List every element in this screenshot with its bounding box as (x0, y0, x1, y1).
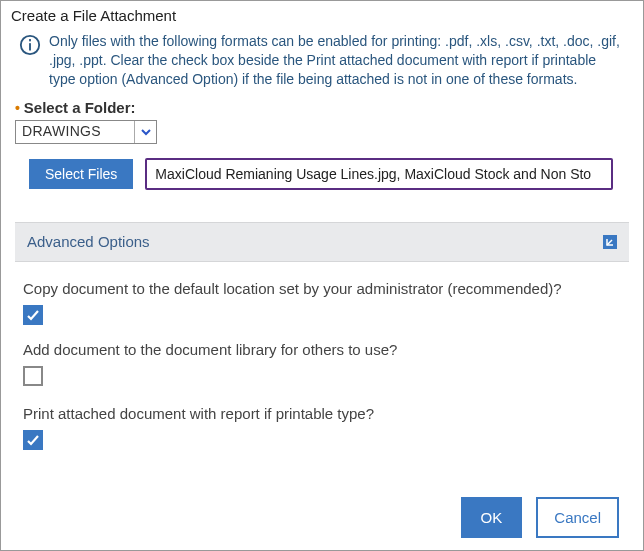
info-icon (19, 34, 41, 56)
collapse-icon (603, 235, 617, 249)
print-option-label: Print attached document with report if p… (23, 405, 625, 422)
options-block: Copy document to the default location se… (1, 262, 643, 466)
copy-option-label: Copy document to the default location se… (23, 280, 625, 297)
svg-rect-1 (29, 43, 31, 50)
advanced-options-header[interactable]: Advanced Options (15, 222, 629, 262)
ok-button[interactable]: OK (461, 497, 523, 538)
folder-label: Select a Folder: (24, 99, 136, 116)
info-text: Only files with the following formats ca… (49, 32, 625, 89)
folder-select-value: DRAWINGS (16, 121, 134, 143)
copy-option-checkbox[interactable] (23, 305, 43, 325)
print-option-checkbox[interactable] (23, 430, 43, 450)
folder-select[interactable]: DRAWINGS (15, 120, 157, 144)
dialog-footer: OK Cancel (461, 497, 619, 538)
required-asterisk: • (15, 100, 20, 116)
cancel-button[interactable]: Cancel (536, 497, 619, 538)
create-attachment-dialog: Create a File Attachment Only files with… (1, 1, 643, 466)
folder-block: • Select a Folder: DRAWINGS (1, 95, 643, 144)
dialog-title: Create a File Attachment (1, 1, 643, 28)
library-option-checkbox[interactable] (23, 366, 43, 386)
advanced-options-title: Advanced Options (27, 233, 150, 250)
library-option-label: Add document to the document library for… (23, 341, 625, 358)
info-row: Only files with the following formats ca… (1, 28, 643, 95)
select-files-button[interactable]: Select Files (29, 159, 133, 189)
folder-label-row: • Select a Folder: (15, 99, 629, 116)
svg-rect-2 (29, 39, 31, 41)
folder-select-dropdown-button[interactable] (134, 121, 156, 143)
files-row: Select Files MaxiCloud Remianing Usage L… (1, 144, 643, 200)
selected-files-field[interactable]: MaxiCloud Remianing Usage Lines.jpg, Max… (145, 158, 613, 190)
selected-files-text: MaxiCloud Remianing Usage Lines.jpg, Max… (155, 166, 591, 182)
